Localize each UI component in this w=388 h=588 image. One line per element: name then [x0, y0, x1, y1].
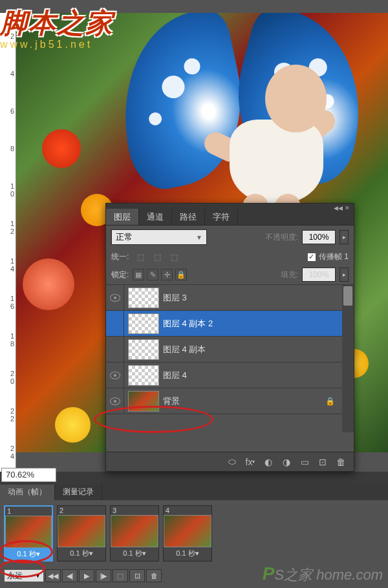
visibility-toggle[interactable] [106, 311, 124, 336]
layer-name: 图层 3 [163, 292, 187, 304]
opacity-arrow[interactable]: ▸ [339, 230, 349, 244]
frame-thumbnail [164, 515, 211, 547]
adjustment-layer-icon[interactable]: ◑ [279, 455, 294, 469]
layer-name: 图层 4 副本 [163, 344, 206, 355]
layer-row[interactable]: 图层 3 [106, 285, 354, 311]
panel-tabs: 图层 通道 路径 字符 [106, 209, 354, 226]
unify-position-icon[interactable]: ⬚ [134, 252, 147, 262]
layer-row[interactable]: 图层 4 [106, 362, 354, 388]
scrollbar-vertical[interactable] [342, 285, 354, 432]
frame-delay[interactable]: 0.1 秒▾ [5, 548, 52, 560]
layer-effects-icon[interactable]: fx▾ [242, 455, 258, 469]
baby-figure [204, 65, 339, 226]
next-frame-button[interactable]: |▶ [96, 569, 111, 582]
lock-label: 锁定: [111, 269, 129, 280]
tab-character[interactable]: 字符 [205, 209, 238, 225]
layer-name: 背景 [163, 395, 180, 407]
tab-animation[interactable]: 动画（帧） [0, 485, 55, 500]
layer-mask-icon[interactable]: ◐ [261, 455, 276, 469]
ruler-tick: 8 [1, 145, 14, 152]
animation-frame[interactable]: 4 0.1 秒▾ [163, 505, 212, 562]
unify-row: 统一: ⬚ ⬚ ⬚ ✓ 传播帧 1 [106, 249, 354, 265]
tab-layers[interactable]: 图层 [106, 209, 139, 225]
watermark-bottom: PS之家 home.com [263, 563, 383, 585]
frames-row: 1 0.1 秒▾ 2 0.1 秒▾ 3 0.1 秒▾ 4 0.1 秒▾ [0, 500, 388, 567]
visibility-toggle[interactable] [106, 337, 124, 362]
tween-button[interactable]: ⬚ [113, 569, 128, 582]
frame-delay[interactable]: 0.1 秒▾ [111, 547, 158, 560]
ruler-tick: 6 [1, 107, 14, 115]
propagate-label: 传播帧 1 [319, 251, 349, 262]
ruler-tick: 1 8 [1, 332, 14, 348]
first-frame-button[interactable]: ◀◀ [45, 569, 61, 582]
ruler-tick: 1 6 [1, 295, 14, 310]
frame-delay[interactable]: 0.1 秒▾ [58, 547, 105, 560]
layer-thumbnail[interactable] [128, 365, 159, 386]
layer-group-icon[interactable]: ▭ [297, 455, 312, 469]
delete-layer-icon[interactable]: 🗑 [333, 455, 349, 469]
new-layer-icon[interactable]: ⊡ [315, 455, 330, 469]
tab-channels[interactable]: 通道 [139, 209, 172, 225]
lock-position-icon[interactable]: ✢ [161, 269, 173, 280]
unify-label: 统一: [111, 251, 129, 262]
opacity-input[interactable]: 100% [302, 230, 336, 244]
fill-input[interactable]: 100% [302, 268, 336, 282]
eye-icon [110, 372, 120, 379]
eye-icon [110, 397, 120, 405]
layer-row[interactable]: 背景 🔒 [106, 388, 354, 414]
chevron-down-icon: ▼ [35, 572, 41, 579]
layer-row[interactable]: 图层 4 副本 2 [106, 311, 354, 337]
link-layers-icon[interactable]: ⬭ [224, 455, 240, 469]
loop-select[interactable]: 永远 ▼ [4, 569, 44, 582]
fill-label: 填充: [281, 269, 298, 280]
layer-thumbnail[interactable] [128, 391, 159, 412]
frame-delay[interactable]: 0.1 秒▾ [164, 547, 211, 560]
lock-pixels-icon[interactable]: ✎ [147, 269, 158, 280]
frame-number: 3 [111, 506, 158, 515]
delete-frame-button[interactable]: 🗑 [146, 569, 162, 582]
play-button[interactable]: ▶ [79, 569, 94, 582]
layer-row[interactable]: 图层 4 副本 [106, 337, 354, 362]
frame-number: 4 [164, 506, 211, 515]
unify-visibility-icon[interactable]: ⬚ [151, 252, 164, 262]
tab-paths[interactable]: 路径 [172, 209, 205, 225]
visibility-toggle[interactable] [106, 362, 124, 388]
duplicate-frame-button[interactable]: ⊡ [129, 569, 145, 582]
layer-name: 图层 4 副本 2 [163, 318, 213, 330]
opacity-label: 不透明度: [265, 232, 298, 243]
fill-arrow[interactable]: ▸ [339, 268, 349, 282]
layers-footer: ⬭ fx▾ ◐ ◑ ▭ ⊡ 🗑 [106, 452, 354, 471]
watermark-p: P [263, 563, 275, 583]
lock-all-icon[interactable]: 🔒 [175, 269, 187, 280]
visibility-toggle[interactable] [106, 388, 124, 414]
animation-frame[interactable]: 3 0.1 秒▾ [110, 505, 159, 562]
ruler-tick: 2 0 [1, 370, 14, 385]
lock-transparency-icon[interactable]: ▦ [133, 269, 144, 280]
layer-thumbnail[interactable] [128, 339, 159, 360]
unify-style-icon[interactable]: ⬚ [167, 252, 180, 262]
panel-collapse-icon[interactable]: ◀◀ ✕ [334, 205, 350, 211]
frame-thumbnail [111, 515, 158, 547]
ruler-tick: 1 4 [1, 257, 14, 273]
frame-thumbnail [5, 516, 52, 548]
tab-measurement[interactable]: 测量记录 [55, 485, 102, 500]
watermark-top: 脚本之家 www.jb51.net [0, 5, 114, 50]
panel-header[interactable]: ◀◀ ✕ [106, 204, 354, 209]
blend-mode-select[interactable]: 正常 ▼ [111, 229, 207, 245]
propagate-checkbox[interactable]: ✓ [307, 253, 316, 262]
eye-icon [110, 294, 120, 302]
watermark-title: 脚本之家 [0, 5, 114, 41]
layer-thumbnail[interactable] [128, 288, 159, 308]
prev-frame-button[interactable]: ◀| [62, 569, 78, 582]
zoom-level[interactable]: 70.62% [1, 468, 56, 482]
frame-number: 1 [5, 507, 52, 516]
blend-mode-row: 正常 ▼ 不透明度: 100% ▸ [106, 226, 354, 249]
layers-panel: ◀◀ ✕ 图层 通道 路径 字符 正常 ▼ 不透明度: 100% ▸ 统一: ⬚… [105, 203, 354, 472]
visibility-toggle[interactable] [106, 285, 124, 310]
ruler-tick: 1 2 [1, 220, 14, 235]
animation-frame[interactable]: 1 0.1 秒▾ [4, 505, 53, 562]
ruler-tick: 2 2 [1, 407, 14, 423]
animation-frame[interactable]: 2 0.1 秒▾ [57, 505, 106, 562]
frame-thumbnail [58, 515, 105, 547]
layer-thumbnail[interactable] [128, 313, 159, 334]
